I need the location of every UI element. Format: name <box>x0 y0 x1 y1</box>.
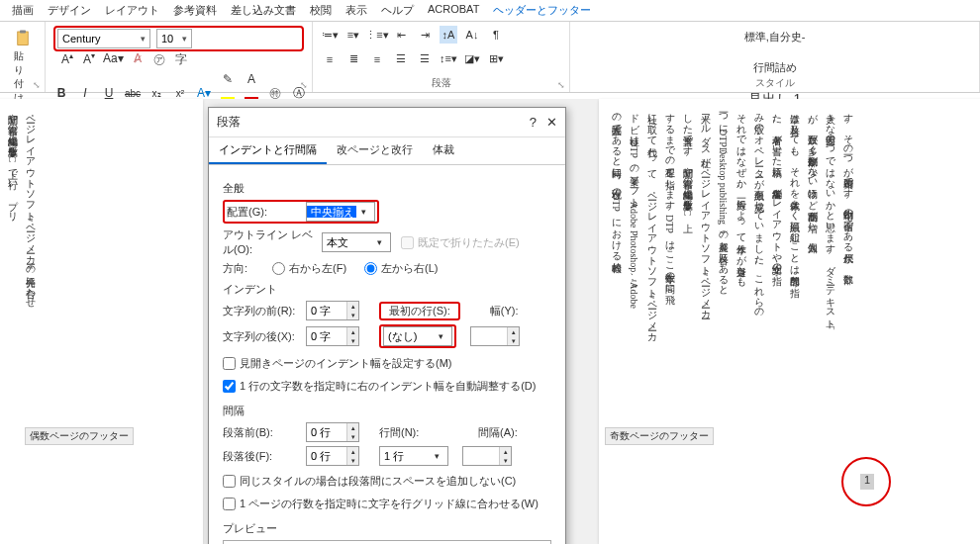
underline-button[interactable]: U <box>101 86 117 100</box>
shading-button[interactable]: ◪▾ <box>463 50 481 68</box>
decrease-indent-button[interactable]: ⇤ <box>392 26 410 44</box>
align-left-button[interactable]: ≡ <box>321 50 339 68</box>
dialog-body: 全般 配置(G): ▾ アウトライン レベル(O): ▾ 既定で折りたたみ(E)… <box>209 165 565 544</box>
rtl-radio[interactable]: 右から左(F) <box>272 261 346 276</box>
sort-button[interactable]: A↓ <box>463 26 481 44</box>
tab-line-breaks[interactable]: 改ページと改行 <box>327 137 423 164</box>
tab-typography[interactable]: 体裁 <box>423 137 464 164</box>
svg-rect-0 <box>17 32 28 45</box>
enclose-button[interactable]: 字 <box>173 51 189 68</box>
menu-review[interactable]: 校閲 <box>310 3 332 18</box>
shrink-font-button[interactable]: A▾ <box>81 51 97 68</box>
paragraph-group: ≔▾ ≡▾ ⋮≡▾ ⇤ ⇥ ↕A A↓ ¶ ≡ ≣ ≡ ☰ ☰ ↕≡▾ ◪▾ ⊞… <box>313 22 570 92</box>
direction-label: 方向: <box>223 261 272 276</box>
mirror-indent-check[interactable]: 見開きページのインデント幅を設定する(M) <box>223 356 452 371</box>
bullets-button[interactable]: ≔▾ <box>321 26 339 44</box>
text-direction-button[interactable]: ↕A <box>440 26 457 44</box>
menu-view[interactable]: 表示 <box>345 3 367 18</box>
document-text-right[interactable]: す。その一つが印刷費です。印刷物の宿命である原代が、部数 大きな要因の一つではな… <box>599 99 864 435</box>
justify-button[interactable]: ☰ <box>392 50 410 68</box>
clear-format-button[interactable]: A̷ <box>130 51 146 68</box>
change-case-button[interactable]: Aa▾ <box>103 51 124 68</box>
page-number-field[interactable]: 1 <box>860 474 874 490</box>
space-after-spin[interactable]: ▴▾ <box>306 446 359 466</box>
collapse-default-check[interactable]: 既定で折りたたみ(E) <box>401 235 520 250</box>
outline-select[interactable]: ▾ <box>322 232 391 252</box>
preview-box: 前の段落 前の段落 前の段落 前の段落 前の段落 前の段落 前の段落 前の段落 … <box>223 540 551 544</box>
menu-layout[interactable]: レイアウト <box>105 3 159 18</box>
grow-font-button[interactable]: A▴ <box>59 51 75 68</box>
tab-indent-spacing[interactable]: インデントと行間隔 <box>209 137 327 164</box>
menu-bar: 描画 デザイン レイアウト 参考資料 差し込み文書 校閲 表示 ヘルプ ACRO… <box>0 0 980 22</box>
menu-references[interactable]: 参考資料 <box>173 3 217 18</box>
after-text-spin[interactable]: ▴▾ <box>306 326 359 346</box>
before-text-label: 文字列の前(R): <box>223 304 306 318</box>
help-button[interactable]: ? <box>530 115 537 130</box>
chevron-down-icon: ▾ <box>372 237 386 247</box>
line-space-select[interactable]: ▾ <box>379 446 448 466</box>
alignment-select[interactable]: ▾ <box>306 202 375 222</box>
align-center-button[interactable]: ≣ <box>344 50 362 68</box>
dialog-launcher-icon[interactable]: ⤡ <box>300 80 310 90</box>
firstline-select[interactable]: ▾ <box>383 326 452 346</box>
menu-design[interactable]: デザイン <box>48 3 91 18</box>
show-marks-button[interactable]: ¶ <box>487 26 505 44</box>
dialog-launcher-icon[interactable]: ⤡ <box>557 80 567 90</box>
document-text-left[interactable]: ページレイアウトソフト『ページメーカー』の発売に合わせ 新聞や書籍の編集（組み版… <box>0 99 47 435</box>
font-size-input[interactable] <box>157 30 177 47</box>
numbering-button[interactable]: ≡▾ <box>344 26 362 44</box>
line-spacing-button[interactable]: ↕≡▾ <box>440 50 457 68</box>
close-button[interactable]: ✕ <box>546 115 557 130</box>
font-name-combo[interactable]: ▾ <box>57 29 150 48</box>
chevron-down-icon: ▾ <box>356 207 370 217</box>
distribute-button[interactable]: ☰ <box>416 50 434 68</box>
chevron-down-icon: ▾ <box>177 34 191 44</box>
subscript-button[interactable]: x₂ <box>148 88 164 99</box>
ltr-radio[interactable]: 左から右(L) <box>364 261 438 276</box>
dialog-title: 段落 <box>217 114 241 131</box>
space-before-spin[interactable]: ▴▾ <box>306 422 359 442</box>
menu-help[interactable]: ヘルプ <box>381 3 414 18</box>
paragraph-dialog: 段落 ? ✕ インデントと行間隔 改ページと改行 体裁 全般 配置(G): ▾ … <box>208 107 566 544</box>
width-spin[interactable]: ▴▾ <box>470 326 520 346</box>
increase-indent-button[interactable]: ⇥ <box>416 26 434 44</box>
grid-align-check[interactable]: 1 ページの行数を指定時に文字を行グリッド線に合わせる(W) <box>223 497 539 511</box>
phonetic-button[interactable]: ㋐ <box>151 51 167 68</box>
dialog-tabs: インデントと行間隔 改ページと改行 体裁 <box>209 137 565 165</box>
italic-button[interactable]: I <box>77 86 93 100</box>
space-after-label: 段落後(F): <box>223 449 306 464</box>
space-width-spin[interactable]: ▴▾ <box>462 446 512 466</box>
even-footer-label: 偶数ページのフッター <box>25 427 134 445</box>
dialog-launcher-icon[interactable]: ⤡ <box>33 80 43 90</box>
font-group: ▾ ▾ A▴ A▾ Aa▾ A̷ ㋐ 字 B I U abc x₂ x² A▾ … <box>46 22 313 92</box>
font-name-input[interactable] <box>58 30 136 47</box>
font-size-combo[interactable]: ▾ <box>156 29 192 48</box>
odd-footer-label: 奇数ページのフッター <box>605 427 714 445</box>
align-right-button[interactable]: ≡ <box>368 50 386 68</box>
superscript-button[interactable]: x² <box>172 88 188 99</box>
paste-button[interactable]: 貼り付け <box>8 26 37 107</box>
bold-button[interactable]: B <box>53 86 69 100</box>
style-normal[interactable]: 標準,自分史- <box>744 30 806 45</box>
no-space-same-check[interactable]: 同じスタイルの場合は段落間にスペースを追加しない(C) <box>223 474 516 489</box>
after-text-label: 文字列の後(X): <box>223 329 306 344</box>
borders-button[interactable]: ⊞▾ <box>487 50 505 68</box>
strike-button[interactable]: abc <box>125 88 141 99</box>
menu-acrobat[interactable]: ACROBAT <box>428 3 479 18</box>
section-general: 全般 <box>223 181 551 196</box>
line-space-label: 行間(N): <box>379 425 439 440</box>
menu-draw[interactable]: 描画 <box>12 3 34 18</box>
styles-group: 標準,自分史- 行間詰め 見出し 1 見出し 2 見出し 3 スタイル <box>570 22 980 92</box>
dialog-titlebar[interactable]: 段落 ? ✕ <box>209 108 565 137</box>
space-before-label: 段落前(B): <box>223 425 306 440</box>
style-nospacing[interactable]: 行間詰め <box>753 60 797 75</box>
before-text-spin[interactable]: ▴▾ <box>306 301 359 320</box>
text-effects-button[interactable]: A▾ <box>196 86 212 100</box>
auto-adjust-check[interactable]: 1 行の文字数を指定時に右のインデント幅を自動調整する(D) <box>223 379 536 394</box>
menu-header-footer[interactable]: ヘッダーとフッター <box>493 3 591 18</box>
multilevel-button[interactable]: ⋮≡▾ <box>368 26 386 44</box>
chevron-down-icon: ▾ <box>136 34 149 44</box>
paste-label: 貼り付け <box>14 49 31 105</box>
menu-mailings[interactable]: 差し込み文書 <box>231 3 296 18</box>
chevron-down-icon: ▾ <box>430 451 443 461</box>
